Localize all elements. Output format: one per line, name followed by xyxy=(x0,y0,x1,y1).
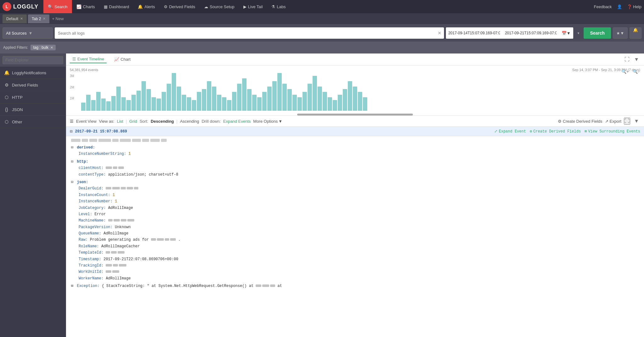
sort-ascending[interactable]: Ascending xyxy=(180,119,199,124)
event-log[interactable]: ⊟ 2017-09-21 15:07:08.869 ⤢ Expand Event… xyxy=(66,127,644,337)
instancenumber-line: InstanceNumber: 1 xyxy=(79,198,639,205)
list-view-link[interactable]: List xyxy=(117,119,123,124)
rolename-key: RoleName: xyxy=(79,244,101,249)
sidebar-item-derived-fields[interactable]: ⚙ Derived Fields xyxy=(0,79,66,91)
field-explorer-input[interactable] xyxy=(3,56,63,64)
sidebar-item-other-label: Other xyxy=(12,120,22,124)
timeline-more-button[interactable]: ▼ xyxy=(633,56,640,63)
date-expand-button[interactable]: ▼ xyxy=(575,31,582,36)
event-create-derived-button[interactable]: ⚙ Create Derived Fields xyxy=(530,129,581,134)
event-collapse-icon[interactable]: ⊟ xyxy=(70,129,72,134)
expand-events-link[interactable]: Expand Events xyxy=(223,119,251,124)
chart-bar xyxy=(86,95,91,111)
blur-10 xyxy=(161,139,167,142)
nav-derived-fields[interactable]: ⚙ Derived Fields xyxy=(159,0,200,13)
http-collapse[interactable]: ⊟ xyxy=(71,160,73,164)
export-button[interactable]: ↗ Export xyxy=(605,119,622,124)
new-tab-button[interactable]: + New xyxy=(52,16,64,21)
star-button[interactable]: ★▼ xyxy=(613,27,628,39)
chart-bar xyxy=(162,92,166,111)
raw-value: Problem generating ads for xyxy=(90,238,151,242)
event-view-bar: ☰ Event View View as: List | Grid Sort: … xyxy=(66,116,644,127)
clienthost-blur-1 xyxy=(106,166,112,169)
tab-default-close[interactable]: ✕ xyxy=(20,17,23,21)
chart-bar xyxy=(157,98,161,111)
create-derived-fields-button[interactable]: ⚙ Create Derived Fields xyxy=(558,119,602,124)
zoom-out-button[interactable]: 🔍- xyxy=(631,69,640,75)
nav-source-setup[interactable]: ☁ Source Setup xyxy=(200,0,239,13)
filter-tag-remove[interactable]: ✕ xyxy=(50,46,53,50)
chart-bars[interactable] xyxy=(81,73,640,111)
date-calendar-icon[interactable]: 📅▼ xyxy=(559,27,573,39)
sidebar-item-other[interactable]: ⬡ Other xyxy=(0,116,66,128)
exception-collapse[interactable]: ⊞ xyxy=(71,284,73,288)
grid-view-link[interactable]: Grid xyxy=(129,119,137,124)
derived-collapse[interactable]: ⊟ xyxy=(71,145,73,150)
bell-button[interactable]: 🔔 xyxy=(630,27,641,39)
search-clear-icon[interactable]: ✕ xyxy=(438,31,441,36)
user-icon[interactable]: 👤 xyxy=(617,4,622,9)
sidebar-item-http[interactable]: ⬡ HTTP xyxy=(0,91,66,104)
exception-section: ⊞ Exception: { StackTraceString: " at Sy… xyxy=(71,283,639,289)
timeline-actions-right: ⛶ ▼ xyxy=(623,56,640,63)
event-timeline-tab[interactable]: ☰ Event Timeline xyxy=(70,55,107,63)
nav-dashboard[interactable]: ▦ Dashboard xyxy=(99,0,134,13)
templateid-line: TemplateId: xyxy=(79,250,639,256)
main-layout: 🔔 LogglyNotifications ⚙ Derived Fields ⬡… xyxy=(0,53,644,337)
search-button[interactable]: Search xyxy=(584,27,611,39)
more-options-button[interactable]: More Options ▼ xyxy=(253,119,282,124)
expand-event-button[interactable]: ⤢ Expand Event xyxy=(494,129,526,134)
feedback-link[interactable]: Feedback xyxy=(594,4,612,9)
search-input[interactable] xyxy=(55,27,444,39)
chart-scrollbar[interactable] xyxy=(297,114,413,115)
help-link[interactable]: ❓ Help xyxy=(627,4,641,9)
nav-items: 🔍 Search 📈 Charts ▦ Dashboard 🔔 Alerts ⚙… xyxy=(43,0,594,13)
sidebar-item-notifications[interactable]: 🔔 LogglyNotifications xyxy=(0,67,66,79)
templateid-key: TemplateId: xyxy=(79,250,106,255)
timestamp-key: Timestamp: xyxy=(79,257,103,261)
chart-bar xyxy=(192,100,196,111)
nav-live-tail[interactable]: ▶ Live Tail xyxy=(239,0,267,13)
chart-info: 54,381,954 events Sep 14, 3:07 PM - Sep … xyxy=(70,68,640,72)
nav-alerts[interactable]: 🔔 Alerts xyxy=(133,0,159,13)
chart-bar xyxy=(338,95,342,111)
blur-6 xyxy=(120,139,131,142)
zoom-in-button[interactable]: 🔍+ xyxy=(620,69,630,75)
date-to-input[interactable] xyxy=(502,27,559,39)
notifications-icon: 🔔 xyxy=(4,70,9,76)
chart-bar xyxy=(207,81,211,111)
live-tail-nav-icon: ▶ xyxy=(243,4,247,9)
chart-tab[interactable]: 📈 Chart xyxy=(112,56,133,63)
nav-search[interactable]: 🔍 Search xyxy=(43,0,72,13)
tab-2[interactable]: Tab 2 ✕ xyxy=(28,14,49,23)
chart-bar xyxy=(187,97,191,111)
date-from-input[interactable] xyxy=(446,27,502,39)
event-timeline-icon: ☰ xyxy=(72,57,76,61)
event-fullscreen-button[interactable]: ⛶ xyxy=(624,118,630,125)
nav-charts[interactable]: 📈 Charts xyxy=(72,0,99,13)
blur-2 xyxy=(82,139,88,142)
tab-2-close[interactable]: ✕ xyxy=(43,17,46,21)
instancecount-line: InstanceCount: 1 xyxy=(79,192,639,198)
sidebar-item-notifications-label: LogglyNotifications xyxy=(12,70,46,75)
chart-area: 54,381,954 events Sep 14, 3:07 PM - Sep … xyxy=(66,65,644,116)
event-create-derived-label: Create Derived Fields xyxy=(533,129,581,134)
http-section: ⊟ http: clientHost: xyxy=(71,159,639,178)
nav-labs[interactable]: ⚗ Labs xyxy=(267,0,290,13)
fullscreen-button[interactable]: ⛶ xyxy=(623,56,631,63)
json-collapse[interactable]: ⊟ xyxy=(71,180,73,184)
chart-bar xyxy=(182,95,186,111)
nav-search-label: Search xyxy=(54,4,67,9)
sidebar-item-json[interactable]: {} JSON xyxy=(0,104,66,116)
event-more-button[interactable]: ▼ xyxy=(633,118,640,125)
view-surrounding-button[interactable]: ⊞ View Surrounding Events xyxy=(585,129,640,134)
dealerguid-value xyxy=(106,187,138,189)
rolename-value: AdRollImageCacher xyxy=(101,244,140,249)
drill-label: Drill down: xyxy=(202,119,221,124)
tab-bar: Default ✕ Tab 2 ✕ + New xyxy=(0,13,644,25)
tab-default[interactable]: Default ✕ xyxy=(3,14,27,23)
source-select[interactable]: All Sources ▼ xyxy=(3,27,53,39)
derived-fields-icon: ⚙ xyxy=(4,82,9,88)
http-header-line: ⊟ http: xyxy=(71,159,639,165)
sort-descending[interactable]: Descending xyxy=(151,119,174,124)
